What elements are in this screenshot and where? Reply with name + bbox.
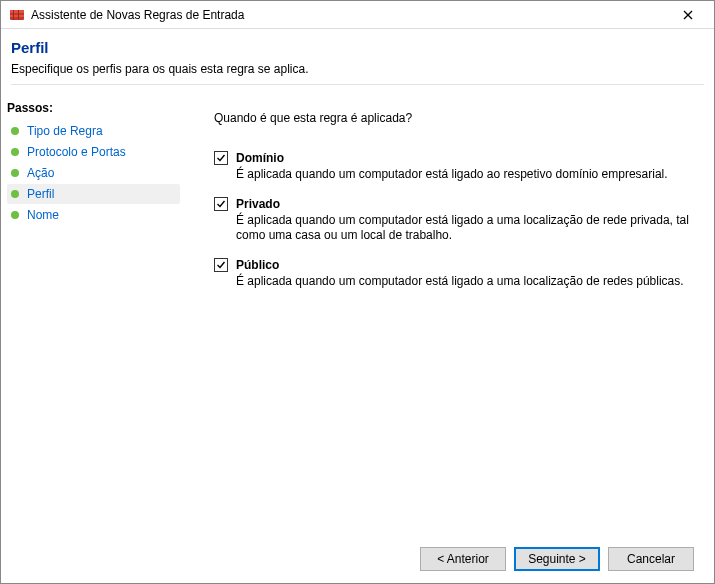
wizard-footer: < Anterior Seguinte > Cancelar xyxy=(420,547,694,571)
step-label: Nome xyxy=(27,208,59,222)
bullet-icon xyxy=(11,190,19,198)
back-button[interactable]: < Anterior xyxy=(420,547,506,571)
window-title: Assistente de Novas Regras de Entrada xyxy=(31,8,668,22)
check-icon xyxy=(216,260,226,270)
option-desc: É aplicada quando um computador está lig… xyxy=(236,274,690,290)
option-public: Público É aplicada quando um computador … xyxy=(214,258,690,290)
option-domain: Domínio É aplicada quando um computador … xyxy=(214,151,690,183)
bullet-icon xyxy=(11,127,19,135)
step-label: Perfil xyxy=(27,187,54,201)
step-action[interactable]: Ação xyxy=(7,163,180,183)
question-text: Quando é que esta regra é aplicada? xyxy=(214,111,690,125)
firewall-icon xyxy=(9,7,25,23)
wizard-main: Quando é que esta regra é aplicada? Domí… xyxy=(186,93,714,584)
option-desc: É aplicada quando um computador está lig… xyxy=(236,167,690,183)
next-button[interactable]: Seguinte > xyxy=(514,547,600,571)
checkbox-public[interactable] xyxy=(214,258,228,272)
option-label: Domínio xyxy=(236,151,284,165)
cancel-button[interactable]: Cancelar xyxy=(608,547,694,571)
page-subtitle: Especifique os perfis para os quais esta… xyxy=(11,62,704,76)
page-title: Perfil xyxy=(11,39,704,56)
close-button[interactable] xyxy=(668,2,708,28)
steps-sidebar: Passos: Tipo de Regra Protocolo e Portas… xyxy=(1,93,186,584)
step-label: Ação xyxy=(27,166,54,180)
step-rule-type[interactable]: Tipo de Regra xyxy=(7,121,180,141)
checkbox-private[interactable] xyxy=(214,197,228,211)
bullet-icon xyxy=(11,148,19,156)
step-name[interactable]: Nome xyxy=(7,205,180,225)
steps-heading: Passos: xyxy=(7,101,180,115)
wizard-header: Perfil Especifique os perfis para os qua… xyxy=(1,29,714,93)
step-label: Tipo de Regra xyxy=(27,124,103,138)
option-label: Privado xyxy=(236,197,280,211)
option-label: Público xyxy=(236,258,279,272)
option-desc: É aplicada quando um computador está lig… xyxy=(236,213,690,244)
header-divider xyxy=(11,84,704,85)
check-icon xyxy=(216,199,226,209)
bullet-icon xyxy=(11,211,19,219)
wizard-body: Passos: Tipo de Regra Protocolo e Portas… xyxy=(1,93,714,584)
check-icon xyxy=(216,153,226,163)
step-profile[interactable]: Perfil xyxy=(7,184,180,204)
svg-rect-4 xyxy=(18,10,19,20)
svg-rect-1 xyxy=(10,10,24,13)
bullet-icon xyxy=(11,169,19,177)
step-label: Protocolo e Portas xyxy=(27,145,126,159)
svg-rect-3 xyxy=(13,10,14,20)
titlebar: Assistente de Novas Regras de Entrada xyxy=(1,1,714,29)
checkbox-domain[interactable] xyxy=(214,151,228,165)
svg-rect-2 xyxy=(10,15,24,17)
close-icon xyxy=(683,10,693,20)
step-protocol-ports[interactable]: Protocolo e Portas xyxy=(7,142,180,162)
option-private: Privado É aplicada quando um computador … xyxy=(214,197,690,244)
